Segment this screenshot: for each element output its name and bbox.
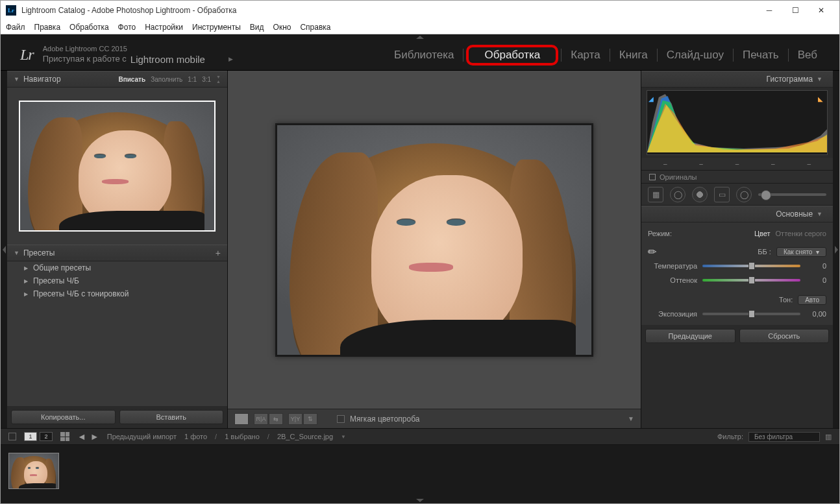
nav-back-icon[interactable]: ◄ — [77, 431, 86, 442]
tint-value[interactable]: 0 — [806, 276, 826, 284]
menu-tools[interactable]: Инструменты — [192, 23, 241, 32]
gradient-tool[interactable]: ▭ — [714, 187, 730, 202]
navigator-preview[interactable] — [7, 88, 227, 245]
redeye-tool[interactable] — [692, 187, 708, 202]
tool-strip: ▦ ◯ ▭ ◯ — [641, 184, 833, 206]
histogram-display[interactable] — [647, 90, 828, 155]
module-library[interactable]: Библиотека — [385, 49, 463, 62]
before-after-split-button[interactable]: ⇆ — [269, 413, 283, 425]
preset-folder[interactable]: ▶Пресеты Ч/Б — [7, 274, 227, 287]
lightroom-logo: Lr — [20, 46, 34, 64]
temperature-slider[interactable] — [702, 261, 800, 270]
left-panel-toggle[interactable] — [1, 71, 7, 428]
histogram-values: ––––– — [641, 158, 833, 171]
previous-button[interactable]: Предыдущие — [645, 329, 735, 343]
temperature-value[interactable]: 0 — [806, 262, 826, 270]
photo-canvas[interactable] — [228, 71, 641, 409]
menu-view[interactable]: Вид — [250, 23, 264, 32]
filmstrip-thumb[interactable] — [8, 453, 59, 489]
maximize-button[interactable]: ☐ — [782, 1, 808, 20]
brush-size-slider[interactable] — [758, 193, 826, 196]
crop-tool[interactable]: ▦ — [648, 187, 663, 202]
menu-edit[interactable]: Правка — [34, 23, 61, 32]
left-panel: ▼ Навигатор Вписать Заполнить 1:1 3:1 ▼▲… — [7, 71, 228, 428]
menu-window[interactable]: Окно — [273, 23, 291, 32]
menu-settings[interactable]: Настройки — [145, 23, 183, 32]
minimize-button[interactable]: ─ — [756, 1, 782, 20]
presets-header[interactable]: ▼ Пресеты + — [7, 245, 227, 261]
softproof-checkbox[interactable] — [337, 415, 345, 423]
basic-panel: Режим: Цвет Оттенки серого ✎ ББ : Как сн… — [641, 222, 833, 325]
module-develop[interactable]: Обработка — [475, 49, 549, 61]
nav-1to1[interactable]: 1:1 — [188, 76, 197, 83]
nav-fill[interactable]: Заполнить — [151, 76, 182, 83]
eyedropper-icon[interactable]: ✎ — [645, 245, 660, 259]
photo-count: 1 фото — [184, 433, 207, 440]
wb-dropdown[interactable]: Как снято ▾ — [776, 247, 826, 257]
preset-folder[interactable]: ▶Общие пресеты — [7, 261, 227, 274]
chevron-right-icon: ▶ — [229, 56, 233, 64]
tint-slider[interactable] — [702, 276, 800, 285]
basic-panel-header[interactable]: Основные ▼ — [641, 206, 833, 222]
bottom-panel-toggle[interactable] — [1, 497, 839, 503]
right-panel-toggle[interactable] — [833, 71, 839, 428]
center-panel: R|A⇆ Y|Y⇅ Мягкая цветопроба ▼ — [228, 71, 641, 428]
display-1-button[interactable]: 1 — [24, 432, 37, 441]
treatment-color[interactable]: Цвет — [754, 230, 771, 237]
paste-settings-button[interactable]: Вставить — [119, 410, 224, 424]
add-preset-icon[interactable]: + — [216, 248, 221, 258]
histogram-header[interactable]: Гистограмма ▼ — [641, 71, 833, 88]
develop-toolbar: R|A⇆ Y|Y⇅ Мягкая цветопроба ▼ — [228, 409, 641, 428]
app-icon: Lr — [6, 5, 16, 16]
preset-folder[interactable]: ▶Пресеты Ч/Б с тонировкой — [7, 287, 227, 300]
before-after-lr-button[interactable]: R|A — [254, 413, 268, 425]
identity-plate[interactable]: Adobe Lightroom CC 2015 Приступая к рабо… — [43, 44, 233, 66]
before-after-swap-button[interactable]: ⇅ — [303, 413, 317, 425]
filmstrip[interactable] — [1, 445, 839, 497]
menu-file[interactable]: Файл — [6, 23, 25, 32]
filter-label: Фильтр: — [717, 433, 743, 440]
nav-3to1[interactable]: 3:1 — [202, 76, 211, 83]
softproof-label: Мягкая цветопроба — [350, 414, 419, 424]
originals-toggle[interactable]: Оригиналы — [641, 171, 833, 184]
module-map[interactable]: Карта — [562, 49, 610, 62]
navigator-header[interactable]: ▼ Навигатор Вписать Заполнить 1:1 3:1 ▼▲ — [7, 71, 227, 88]
top-panel-toggle[interactable] — [1, 34, 839, 40]
loupe-view-button[interactable] — [234, 413, 249, 425]
chevron-down-icon: ▼ — [817, 76, 822, 82]
module-web[interactable]: Веб — [789, 49, 826, 62]
module-book[interactable]: Книга — [610, 49, 657, 62]
source-label[interactable]: Предыдущий импорт — [107, 433, 177, 440]
reset-button[interactable]: Сбросить — [739, 329, 830, 343]
close-button[interactable]: ✕ — [808, 1, 834, 20]
before-after-tb-button[interactable]: Y|Y — [288, 413, 303, 425]
menu-bar: Файл Правка Обработка Фото Настройки Инс… — [1, 20, 839, 34]
grid-view-icon[interactable] — [60, 432, 69, 441]
menu-photo[interactable]: Фото — [118, 23, 136, 32]
nav-forward-icon[interactable]: ► — [90, 431, 99, 442]
module-slideshow[interactable]: Слайд-шоу — [658, 49, 733, 62]
filmstrip-header: 1 2 ◄ ► Предыдущий импорт 1 фото / 1 выб… — [1, 428, 839, 445]
square-icon — [649, 174, 656, 180]
auto-tone-button[interactable]: Авто — [798, 295, 826, 305]
nav-fit[interactable]: Вписать — [118, 76, 145, 83]
copy-settings-button[interactable]: Копировать... — [11, 410, 116, 424]
exposure-slider[interactable] — [702, 309, 800, 318]
filename-label: 2B_C_Source.jpg — [277, 433, 333, 440]
treatment-bw[interactable]: Оттенки серого — [776, 230, 826, 237]
toolbar-menu-icon[interactable]: ▼ — [628, 415, 634, 422]
annotation-highlight: Обработка — [466, 45, 558, 66]
display-2-button[interactable]: 2 — [40, 432, 53, 441]
module-print[interactable]: Печать — [734, 49, 788, 62]
filter-dropdown[interactable]: Без фильтра — [748, 432, 820, 442]
second-window-icon[interactable] — [8, 433, 16, 440]
right-panel: Гистограмма ▼ ––––– Оригиналы ▦ ◯ ▭ ◯ — [641, 71, 833, 428]
exposure-value[interactable]: 0,00 — [806, 310, 826, 318]
filter-lock-icon[interactable]: ▥ — [825, 433, 832, 441]
chevron-down-icon: ▼ — [14, 250, 19, 256]
menu-help[interactable]: Справка — [300, 23, 330, 32]
selected-count: 1 выбрано — [225, 433, 260, 440]
spot-tool[interactable]: ◯ — [670, 187, 686, 202]
radial-tool[interactable]: ◯ — [736, 187, 752, 202]
menu-develop[interactable]: Обработка — [69, 23, 109, 32]
